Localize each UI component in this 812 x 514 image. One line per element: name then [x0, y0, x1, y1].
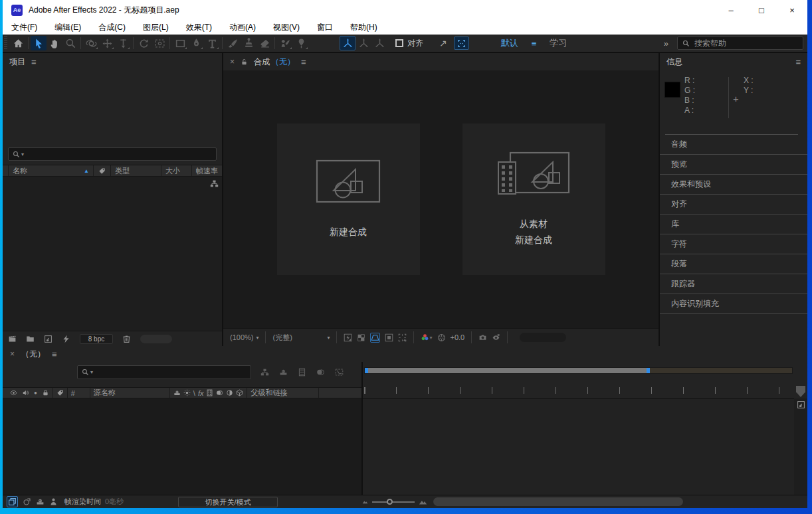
region-of-interest-button[interactable] — [385, 333, 393, 342]
expand-panel-button[interactable] — [454, 37, 469, 50]
menu-file[interactable]: 文件(F) — [3, 20, 46, 35]
menu-help[interactable]: 帮助(H) — [342, 20, 386, 35]
menu-layer[interactable]: 图层(L) — [134, 20, 177, 35]
panel-tab-audio[interactable]: 音频 — [660, 135, 807, 155]
zoom-slider-knob[interactable] — [387, 499, 393, 505]
new-composition-card[interactable]: 新建合成 — [277, 124, 420, 275]
lock-icon[interactable] — [42, 389, 49, 396]
panel-tab-libraries[interactable]: 库 — [660, 214, 807, 234]
speaker-icon[interactable] — [22, 389, 29, 396]
layer-list-area[interactable] — [3, 398, 361, 495]
new-folder-icon[interactable] — [26, 335, 35, 343]
timeline-search-input[interactable]: ▾ — [77, 365, 251, 379]
hand-tool[interactable] — [47, 36, 62, 50]
eraser-tool[interactable] — [256, 36, 272, 50]
panel-tab-align[interactable]: 对齐 — [660, 195, 807, 214]
close-tab-icon[interactable]: × — [10, 349, 15, 359]
new-composition-from-footage-card[interactable]: 从素材 新建合成 — [462, 124, 605, 275]
exposure-value[interactable]: +0.0 — [451, 333, 465, 341]
draft-3d-icon[interactable] — [23, 497, 31, 506]
panel-tab-paragraph[interactable]: 段落 — [660, 254, 807, 274]
comp-marker-bin-icon[interactable] — [796, 386, 805, 397]
toggle-switches-modes-button[interactable]: 切换开关/模式 — [178, 497, 278, 507]
sort-asc-icon[interactable]: ▲ — [84, 168, 89, 174]
motion-blur-icon[interactable] — [316, 368, 325, 377]
panel-menu-icon[interactable]: ≡ — [31, 57, 37, 67]
frame-blend-icon[interactable] — [206, 389, 213, 396]
take-snapshot-button[interactable] — [478, 333, 487, 342]
panel-tab-character[interactable]: 字符 — [660, 234, 807, 254]
rotation-tool[interactable] — [136, 36, 152, 50]
roto-brush-tool[interactable] — [277, 36, 293, 50]
panel-tab-effects-presets[interactable]: 效果和预设 — [660, 175, 807, 195]
pen-tool[interactable] — [188, 36, 204, 50]
show-channel-button[interactable]: ▾ — [421, 333, 432, 342]
snap-toggle[interactable]: 对齐 — [395, 38, 423, 49]
panel-tab-tracker[interactable]: 跟踪器 — [660, 274, 807, 294]
dolly-camera-tool[interactable] — [115, 36, 131, 50]
eye-icon[interactable] — [10, 389, 17, 396]
puppet-pin-tool[interactable] — [293, 36, 309, 50]
frame-blending-icon[interactable] — [298, 368, 306, 377]
project-bit-depth-button[interactable]: 8 bpc — [80, 334, 113, 344]
column-framerate[interactable]: 帧速率 — [191, 165, 222, 176]
tab-info[interactable]: 信息 — [666, 56, 682, 68]
workspace-menu-icon[interactable]: ≡ — [532, 39, 537, 48]
mini-flowchart-icon[interactable] — [260, 368, 269, 377]
project-footer-scrollbar[interactable] — [140, 335, 172, 343]
number-column[interactable]: # — [67, 388, 90, 398]
menu-window[interactable]: 窗口 — [308, 20, 342, 35]
menu-animation[interactable]: 动画(A) — [221, 20, 264, 35]
selection-tool[interactable] — [31, 36, 47, 50]
fast-previews-button[interactable] — [344, 333, 352, 342]
workspace-tab-default[interactable]: 默认 — [501, 37, 518, 49]
trash-icon[interactable] — [122, 335, 131, 343]
panel-tab-preview[interactable]: 预览 — [660, 155, 807, 175]
home-button[interactable] — [10, 36, 26, 50]
shape-tool[interactable] — [172, 36, 188, 50]
tab-project[interactable]: 项目 — [9, 56, 25, 68]
panel-menu-icon[interactable]: ≡ — [52, 349, 57, 359]
lock-open-icon[interactable] — [241, 58, 248, 66]
new-composition-icon[interactable] — [44, 335, 52, 343]
brush-tool[interactable] — [225, 36, 241, 50]
zoom-slider[interactable] — [372, 501, 415, 503]
camera-tool[interactable] — [152, 36, 167, 50]
world-axis-mode-button[interactable] — [355, 36, 371, 50]
render-engine-icon[interactable] — [62, 335, 70, 343]
magnification-select[interactable]: (100%) ▾ — [230, 333, 258, 341]
maximize-button[interactable]: □ — [746, 0, 777, 20]
work-area-end-handle[interactable] — [647, 368, 650, 373]
work-area-start-handle[interactable] — [365, 368, 368, 373]
horizontal-scrollbar[interactable] — [433, 497, 683, 506]
interpret-footage-icon[interactable] — [8, 335, 17, 343]
shy-layers-icon[interactable] — [279, 368, 288, 377]
source-name-column[interactable]: 源名称 — [90, 388, 169, 398]
ae-app-icon[interactable]: Ae — [11, 5, 23, 16]
workspace-tab-learn[interactable]: 学习 — [550, 37, 567, 49]
track-area[interactable] — [363, 398, 794, 495]
solo-icon[interactable]: ● — [34, 390, 37, 396]
menu-edit[interactable]: 编辑(E) — [46, 20, 90, 35]
menu-composition[interactable]: 合成(C) — [90, 20, 134, 35]
work-area-bar[interactable] — [364, 367, 793, 374]
parent-link-column[interactable]: 父级和链接 — [247, 388, 318, 398]
clone-stamp-tool[interactable] — [241, 36, 256, 50]
quality-backslash-icon[interactable]: \ — [193, 389, 195, 397]
timeline-right-scroll-strip[interactable] — [794, 398, 807, 495]
column-size[interactable]: 大小 — [161, 165, 191, 176]
graph-editor-icon[interactable] — [335, 368, 344, 377]
mini-flowchart-toggle[interactable] — [7, 496, 18, 507]
panel-menu-icon[interactable]: ≡ — [301, 57, 306, 67]
panel-tab-content-aware-fill[interactable]: 内容识别填充 — [660, 294, 807, 314]
time-ruler[interactable] — [363, 362, 794, 398]
column-name[interactable]: 名称 ▲ — [8, 165, 93, 176]
help-search-input[interactable]: 搜索帮助 — [677, 37, 803, 50]
transparency-grid-button[interactable] — [357, 333, 365, 342]
close-tab-icon[interactable]: × — [230, 57, 235, 66]
panel-menu-icon[interactable]: ≡ — [795, 57, 801, 67]
tab-composition[interactable]: 合成 （无） — [254, 56, 295, 68]
enable-motion-blur-icon[interactable] — [49, 497, 58, 506]
timeline-tab-none[interactable]: （无） — [21, 349, 45, 360]
zoom-out-mountain-icon[interactable] — [362, 499, 368, 505]
